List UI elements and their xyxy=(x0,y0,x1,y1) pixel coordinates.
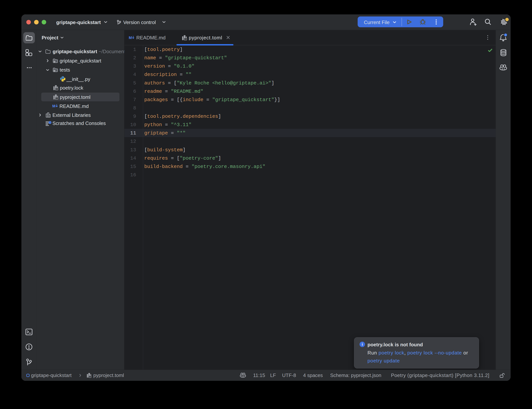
svg-text:T: T xyxy=(56,98,57,99)
svg-text:M: M xyxy=(129,36,132,40)
svg-text:T: T xyxy=(90,376,91,378)
svg-text:M: M xyxy=(52,104,55,108)
svg-text:T: T xyxy=(56,88,57,90)
svg-text:T: T xyxy=(185,38,186,40)
